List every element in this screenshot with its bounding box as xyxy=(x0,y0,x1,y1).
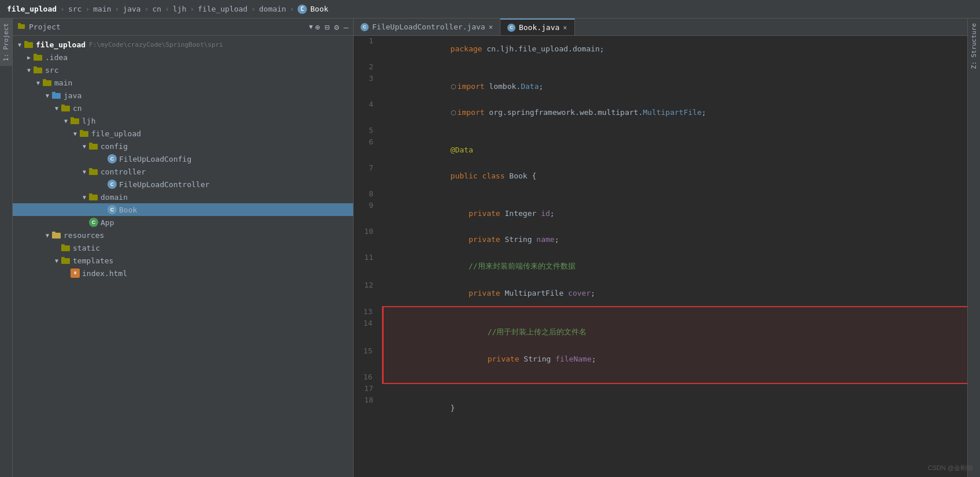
tree-item-templates[interactable]: ▼ templates xyxy=(13,254,353,267)
tree-item-main[interactable]: ▼ main xyxy=(13,76,353,89)
tree-item-app[interactable]: C App xyxy=(13,216,353,229)
svg-rect-10 xyxy=(52,93,61,99)
tree-arrow: ▼ xyxy=(43,232,52,238)
tree-item-file_upload-pkg[interactable]: ▼ file_upload xyxy=(13,127,353,140)
tree-arrow: ▼ xyxy=(52,105,61,111)
tree-item-index-html[interactable]: H index.html xyxy=(13,267,353,280)
breadcrumb-item-java[interactable]: java xyxy=(122,5,140,13)
svg-rect-20 xyxy=(89,169,98,175)
breadcrumb-item-ljh[interactable]: ljh xyxy=(173,5,186,13)
svg-rect-19 xyxy=(89,143,92,144)
tree-item-resources[interactable]: ▼ resources xyxy=(13,229,353,241)
tree-item-book[interactable]: C Book xyxy=(13,203,353,216)
sidebar-title: Project xyxy=(29,23,307,31)
html-icon-index: H xyxy=(70,269,80,278)
code-editor[interactable]: 1 package cn.ljh.file_upload.domain; 2 3 xyxy=(354,36,967,477)
line-content[interactable]: //用于封装上传之后的文件名 xyxy=(383,318,967,346)
project-tree-panel: Project ▼ ⊕ ⊟ ⚙ — ▼ file_upload F:\myCod… xyxy=(13,18,354,477)
tree-arrow: ▼ xyxy=(43,92,52,99)
line-content[interactable] xyxy=(383,372,967,383)
line-content[interactable]: //用来封装前端传来的文件数据 xyxy=(383,252,967,280)
tab-close-controller[interactable]: × xyxy=(489,23,493,31)
breadcrumb: file_upload › src › main › java › cn › l… xyxy=(0,0,980,18)
tree-item-static[interactable]: static xyxy=(13,241,353,254)
class-icon-controller: C xyxy=(107,180,117,189)
tree-path-root: F:\myCode\crazyCode\SpringBoot\spri xyxy=(89,41,223,49)
line-content[interactable] xyxy=(383,62,967,73)
right-vertical-tabs: Z: Structure xyxy=(967,18,980,477)
breadcrumb-item-cn[interactable]: cn xyxy=(153,5,162,13)
tree-item-src[interactable]: ▼ src xyxy=(13,64,353,76)
watermark: CSDN @金刚狼 xyxy=(928,464,973,472)
breadcrumb-item-root[interactable]: file_upload xyxy=(7,5,57,13)
settings-icon[interactable]: ⚙ xyxy=(334,23,339,32)
tab-label-book: Book.java xyxy=(519,23,559,32)
sidebar-dropdown-arrow[interactable]: ▼ xyxy=(309,23,313,31)
line-number: 5 xyxy=(354,125,383,137)
tree-item-root[interactable]: ▼ file_upload F:\myCode\crazyCode\Spring… xyxy=(13,38,353,51)
tab-icon-book: C xyxy=(507,24,515,32)
tree-item-ljh[interactable]: ▼ ljh xyxy=(13,114,353,127)
tree-item-controller[interactable]: ▼ controller xyxy=(13,165,353,178)
tree-arrow: ▼ xyxy=(80,143,89,150)
line-number: 7 xyxy=(354,163,383,189)
line-content[interactable]: private Integer id; xyxy=(383,200,967,226)
breadcrumb-item-src[interactable]: src xyxy=(68,5,81,13)
breadcrumb-sep: › xyxy=(60,5,65,13)
tab-project[interactable]: 1: Project xyxy=(0,18,12,66)
line-content[interactable] xyxy=(383,307,967,318)
locate-icon[interactable]: ⊕ xyxy=(315,23,320,32)
tree-label-fileuploadconfig: FileUpLoadConfig xyxy=(119,155,191,163)
line-content[interactable]: private String name; xyxy=(383,226,967,252)
line-content[interactable] xyxy=(383,189,967,200)
minimize-icon[interactable]: — xyxy=(344,23,348,32)
tree-item-fileuploadcontroller[interactable]: C FileUpLoadController xyxy=(13,178,353,191)
line-number: 13 xyxy=(354,307,383,318)
line-content[interactable] xyxy=(383,383,967,395)
svg-rect-7 xyxy=(34,66,37,68)
tree-label-src: src xyxy=(45,66,58,74)
code-line-1: 1 package cn.ljh.file_upload.domain; xyxy=(354,36,967,62)
collapse-icon[interactable]: ⊟ xyxy=(325,23,329,32)
line-content[interactable]: ⬡import lombok.Data; xyxy=(383,73,967,99)
breadcrumb-item-domain[interactable]: domain xyxy=(259,5,286,13)
line-content[interactable]: @Data xyxy=(383,137,967,163)
breadcrumb-item-file_upload[interactable]: file_upload xyxy=(198,5,247,13)
tree-item-idea[interactable]: ▶ .idea xyxy=(13,51,353,64)
breadcrumb-item-book[interactable]: Book xyxy=(310,5,328,13)
tree-item-cn[interactable]: ▼ cn xyxy=(13,102,353,114)
tree-arrow: ▼ xyxy=(34,80,43,86)
tab-structure[interactable]: Z: Structure xyxy=(968,18,980,73)
tree-item-java[interactable]: ▼ java xyxy=(13,89,353,102)
tree-item-domain[interactable]: ▼ domain xyxy=(13,191,353,203)
folder-icon-static xyxy=(61,244,70,252)
tab-close-book[interactable]: × xyxy=(563,24,567,32)
svg-rect-16 xyxy=(80,131,88,137)
code-line-4: 4 ⬡import org.springframework.web.multip… xyxy=(354,99,967,125)
line-content[interactable]: private MultipartFile cover; xyxy=(383,280,967,307)
code-line-6: 6 @Data xyxy=(354,137,967,163)
code-line-10: 10 private String name; xyxy=(354,226,967,252)
line-content[interactable] xyxy=(383,125,967,137)
tree-item-fileuploadconfig[interactable]: C FileUpLoadConfig xyxy=(13,152,353,165)
code-line-8: 8 xyxy=(354,189,967,200)
line-content[interactable]: } xyxy=(383,395,967,421)
sidebar-header: Project ▼ ⊕ ⊟ ⚙ — xyxy=(13,18,353,36)
svg-rect-5 xyxy=(34,54,37,55)
line-number: 14 xyxy=(354,318,383,346)
line-content[interactable]: ⬡import org.springframework.web.multipar… xyxy=(383,99,967,125)
line-number: 17 xyxy=(354,383,383,395)
tree-label-root: file_upload xyxy=(36,40,86,49)
tree-label-cn: cn xyxy=(73,104,82,113)
line-content[interactable]: public class Book { xyxy=(383,163,967,189)
line-number: 2 xyxy=(354,62,383,73)
svg-rect-25 xyxy=(52,232,55,233)
tab-book[interactable]: C Book.java × xyxy=(500,18,575,35)
line-content[interactable]: package cn.ljh.file_upload.domain; xyxy=(383,36,967,62)
tree-item-config[interactable]: ▼ config xyxy=(13,140,353,152)
line-content[interactable]: private String fileName; xyxy=(383,346,967,372)
breadcrumb-item-main[interactable]: main xyxy=(93,5,111,13)
breadcrumb-sep: › xyxy=(165,5,169,13)
tab-fileuploadcontroller[interactable]: C FileUpLoadController.java × xyxy=(354,18,500,35)
code-line-17: 17 xyxy=(354,383,967,395)
